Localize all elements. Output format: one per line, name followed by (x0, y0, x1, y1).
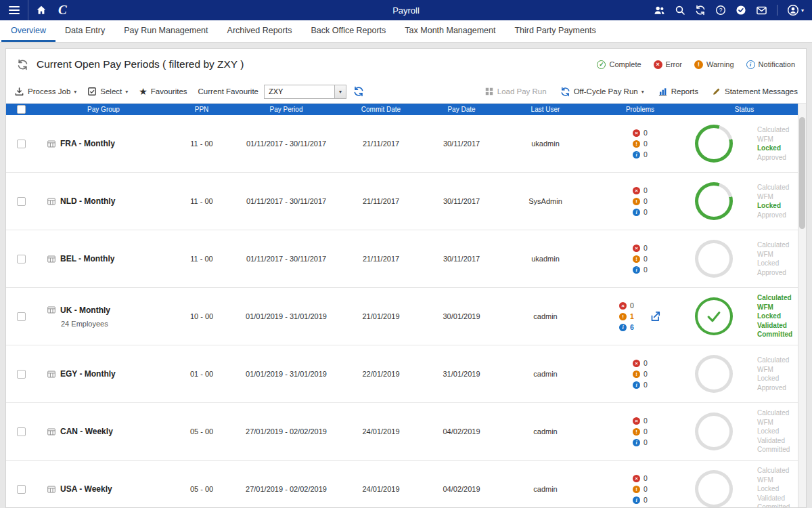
status-item: Locked (757, 259, 789, 268)
chevron-down-icon: ▾ (641, 89, 644, 95)
warning-count: 0 (644, 485, 648, 493)
warning-count: 0 (644, 370, 648, 378)
tab-third-party-payments[interactable]: Third Party Payments (505, 20, 605, 42)
favourite-value: ZXY (265, 87, 334, 96)
col-pay-date[interactable]: Pay Date (422, 106, 501, 113)
table-row[interactable]: FRA - Monthly 11 - 00 01/11/2017 - 30/11… (6, 115, 806, 173)
col-pay-period[interactable]: Pay Period (232, 106, 340, 113)
row-checkbox[interactable] (17, 255, 26, 263)
col-commit-date[interactable]: Commit Date (340, 106, 422, 113)
row-checkbox[interactable] (17, 197, 26, 206)
col-problems[interactable]: Problems (589, 106, 691, 113)
tab-pay-run-management[interactable]: Pay Run Management (114, 20, 217, 42)
process-job-button[interactable]: Process Job▾ (14, 87, 76, 97)
row-pay-group-name[interactable]: USA - Weekly (60, 484, 112, 494)
notification-icon: i (746, 60, 755, 69)
statement-messages-button[interactable]: Statement Messages (712, 87, 798, 96)
row-checkbox[interactable] (17, 427, 26, 436)
problems-cell: ×0 !0 i0 (589, 186, 691, 216)
scrollbar-thumb[interactable] (799, 117, 805, 229)
info-count: 6 (630, 323, 634, 331)
row-checkbox[interactable] (17, 485, 26, 494)
status-item: Committed (757, 445, 790, 454)
refresh-favourite-icon (353, 86, 364, 97)
error-count: 0 (644, 244, 648, 252)
current-favourite-select[interactable]: ZXY ▾ (264, 85, 346, 99)
problems-cell: ×0 !0 i0 (589, 244, 691, 274)
row-checkbox[interactable] (17, 312, 26, 321)
error-count: 0 (644, 359, 648, 367)
vertical-scrollbar[interactable] (798, 104, 806, 507)
row-pay-group-name[interactable]: NLD - Monthly (60, 196, 115, 206)
check-circle-icon[interactable] (736, 5, 746, 16)
table-row[interactable]: CAN - Weekly 05 - 00 27/01/2019 - 02/02/… (6, 403, 806, 461)
row-pay-group-name[interactable]: CAN - Weekly (60, 427, 113, 436)
table-row[interactable]: NLD - Monthly 11 - 00 01/11/2017 - 30/11… (6, 173, 806, 230)
legend-warning: !Warning (694, 60, 734, 69)
star-icon: ★ (139, 87, 148, 96)
status-item: Locked (757, 201, 789, 211)
row-pay-date: 04/02/2019 (422, 427, 501, 436)
row-last-user: SysAdmin (501, 197, 589, 205)
refresh-favourite-button[interactable] (353, 86, 364, 97)
warning-problem: !0 (633, 370, 648, 378)
info-count: 0 (644, 266, 648, 274)
help-icon[interactable]: ? (715, 5, 726, 16)
pay-group-cell: EGY - Monthly (36, 369, 171, 379)
complete-icon: ✓ (597, 60, 606, 69)
problems-cell: ×0 !0 i0 (589, 417, 691, 446)
row-checkbox[interactable] (17, 140, 26, 148)
sync-icon[interactable] (695, 5, 706, 16)
error-icon: × (633, 187, 640, 194)
table-row[interactable]: BEL - Monthly 11 - 00 01/11/2017 - 30/11… (6, 230, 806, 288)
warning-problem: !0 (633, 427, 648, 436)
problems-cell: ×0 !0 i0 (589, 474, 691, 504)
pay-group-icon (47, 485, 56, 494)
load-pay-run-icon (484, 87, 494, 96)
favourites-button[interactable]: ★ Favourites (139, 87, 187, 96)
status-item: Locked (757, 144, 789, 153)
row-pay-group-name[interactable]: EGY - Monthly (60, 369, 116, 379)
col-last-user[interactable]: Last User (501, 106, 589, 113)
status-list: CalculatedWFMLockedValidatedCommitted (757, 408, 790, 454)
export-icon[interactable] (649, 310, 661, 322)
chevron-down-icon: ▾ (801, 7, 804, 14)
row-pay-group-name[interactable]: BEL - Monthly (60, 254, 114, 263)
users-icon[interactable] (654, 5, 665, 16)
off-cycle-pay-run-button[interactable]: Off-Cycle Pay Run▾ (560, 87, 644, 97)
select-button[interactable]: Select▾ (87, 87, 128, 96)
tab-data-entry[interactable]: Data Entry (55, 20, 114, 42)
status-item: Calculated (757, 183, 789, 192)
legend-notification: iNotification (746, 60, 795, 69)
col-status[interactable]: Status (691, 106, 798, 113)
refresh-button[interactable] (17, 59, 28, 70)
status-item: Approved (757, 211, 789, 220)
row-pay-group-name[interactable]: FRA - Monthly (60, 139, 115, 148)
status-item: Approved (757, 383, 789, 393)
load-pay-run-button[interactable]: Load Pay Run (484, 87, 547, 96)
row-checkbox[interactable] (17, 370, 26, 379)
mail-icon[interactable] (756, 5, 767, 16)
warning-icon: ! (633, 371, 640, 378)
menu-button[interactable] (0, 0, 28, 20)
tab-archived-reports[interactable]: Archived Reports (218, 20, 302, 42)
row-pay-group-name[interactable]: UK - Monthly (60, 305, 110, 315)
table-row[interactable]: USA - Weekly 05 - 00 27/01/2019 - 02/02/… (6, 461, 806, 507)
select-all-checkbox[interactable] (17, 105, 26, 114)
error-icon: × (633, 245, 640, 252)
tab-back-office-reports[interactable]: Back Office Reports (301, 20, 395, 42)
col-ppn[interactable]: PPN (171, 106, 232, 113)
reports-button[interactable]: Reports (658, 87, 698, 97)
row-pay-period: 01/01/2019 - 31/01/2019 (232, 370, 340, 378)
tab-overview[interactable]: Overview (1, 20, 55, 42)
home-button[interactable] (28, 0, 54, 20)
pay-group-icon (47, 370, 56, 379)
tab-tax-month-management[interactable]: Tax Month Management (395, 20, 505, 42)
status-item: Committed (757, 503, 790, 507)
table-row[interactable]: UK - Monthly 24 Employees 10 - 00 01/01/… (6, 288, 806, 345)
table-row[interactable]: EGY - Monthly 01 - 00 01/01/2019 - 31/01… (6, 345, 806, 403)
search-icon[interactable] (675, 5, 685, 16)
warning-count: 0 (644, 140, 648, 148)
profile-menu[interactable]: ▾ (787, 4, 804, 16)
col-pay-group[interactable]: Pay Group (36, 106, 171, 113)
